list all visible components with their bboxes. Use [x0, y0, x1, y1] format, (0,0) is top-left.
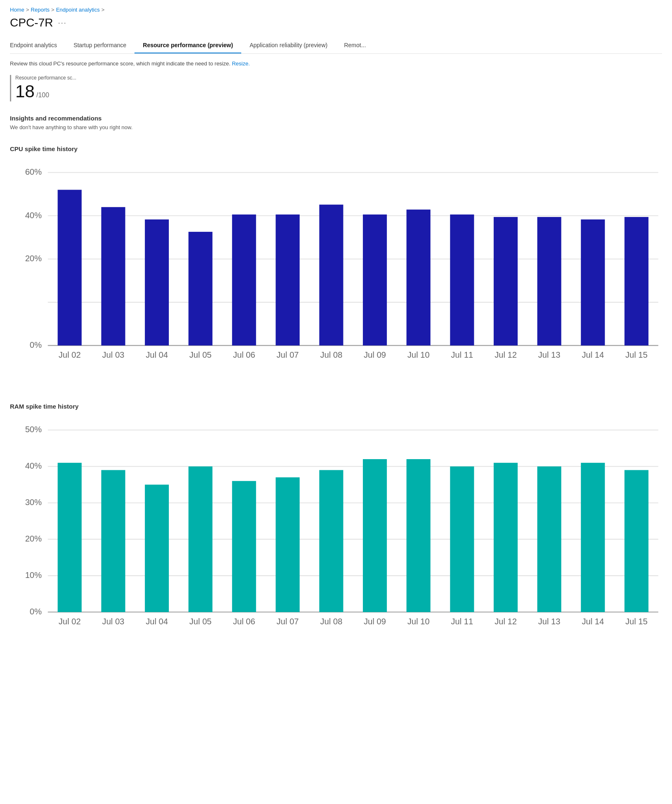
tabs-container: Endpoint analytics Startup performance R… [10, 38, 662, 54]
score-value-row: 18 /100 [15, 82, 662, 101]
svg-rect-26 [406, 209, 430, 345]
svg-rect-18 [232, 214, 256, 345]
page-title-row: CPC-7R ··· [10, 16, 662, 29]
svg-text:Jul 10: Jul 10 [407, 350, 430, 359]
ram-chart-container: 50% 40% 30% 20% 10% 0% Jul 02Jul 03Jul 0… [10, 415, 662, 659]
svg-text:20%: 20% [25, 534, 42, 543]
breadcrumb-sep-3: > [101, 7, 105, 13]
svg-text:Jul 10: Jul 10 [407, 617, 430, 626]
svg-text:Jul 06: Jul 06 [233, 350, 255, 359]
svg-text:50%: 50% [25, 425, 42, 434]
svg-text:Jul 09: Jul 09 [364, 617, 386, 626]
svg-text:Jul 04: Jul 04 [146, 350, 168, 359]
svg-text:60%: 60% [25, 167, 42, 176]
cpu-chart-title: CPU spike time history [10, 145, 662, 152]
page-description: Review this cloud PC's resource performa… [10, 60, 662, 67]
svg-text:Jul 11: Jul 11 [451, 350, 473, 359]
score-label: Resource performance sc... [15, 75, 662, 81]
svg-rect-30 [494, 217, 518, 345]
tab-remot[interactable]: Remot... [336, 38, 374, 53]
svg-text:Jul 02: Jul 02 [58, 350, 81, 359]
svg-rect-75 [581, 463, 605, 612]
svg-text:Jul 06: Jul 06 [233, 617, 255, 626]
svg-text:Jul 12: Jul 12 [494, 350, 517, 359]
score-section: Resource performance sc... 18 /100 [10, 75, 662, 101]
svg-rect-10 [58, 190, 82, 345]
svg-text:Jul 15: Jul 15 [625, 350, 648, 359]
svg-text:0%: 0% [30, 340, 42, 349]
svg-rect-53 [101, 470, 125, 612]
tab-application-reliability[interactable]: Application reliability (preview) [241, 38, 336, 53]
breadcrumb: Home > Reports > Endpoint analytics > [10, 7, 662, 13]
insights-section: Insights and recommendations We don't ha… [10, 115, 662, 130]
cpu-chart-svg: 60% 40% 20% 0% Jul 02Jul 03Jul 04Jul 05J… [10, 157, 662, 385]
svg-rect-34 [581, 219, 605, 345]
svg-rect-28 [450, 214, 474, 345]
svg-text:Jul 15: Jul 15 [625, 617, 648, 626]
insights-title: Insights and recommendations [10, 115, 662, 122]
page-menu-dots[interactable]: ··· [58, 19, 67, 27]
svg-rect-69 [450, 466, 474, 612]
svg-text:Jul 03: Jul 03 [102, 617, 125, 626]
svg-text:0%: 0% [30, 607, 42, 616]
svg-text:Jul 14: Jul 14 [582, 617, 604, 626]
cpu-chart-section: CPU spike time history 60% 40% 20% 0% Ju… [10, 145, 662, 386]
svg-text:30%: 30% [25, 498, 42, 507]
svg-text:Jul 07: Jul 07 [276, 617, 299, 626]
tab-resource-performance[interactable]: Resource performance (preview) [134, 38, 241, 53]
svg-text:10%: 10% [25, 571, 42, 580]
cpu-chart-container: 60% 40% 20% 0% Jul 02Jul 03Jul 04Jul 05J… [10, 157, 662, 386]
svg-text:Jul 11: Jul 11 [451, 617, 473, 626]
svg-text:Jul 05: Jul 05 [190, 617, 212, 626]
svg-rect-16 [188, 232, 212, 346]
svg-text:Jul 12: Jul 12 [494, 617, 517, 626]
ram-chart-title: RAM spike time history [10, 403, 662, 410]
svg-rect-57 [188, 466, 212, 612]
svg-text:Jul 13: Jul 13 [538, 617, 561, 626]
ram-chart-svg: 50% 40% 30% 20% 10% 0% Jul 02Jul 03Jul 0… [10, 415, 662, 657]
svg-text:Jul 13: Jul 13 [538, 350, 561, 359]
tab-endpoint-analytics[interactable]: Endpoint analytics [10, 38, 65, 53]
svg-text:20%: 20% [25, 254, 42, 263]
svg-text:Jul 08: Jul 08 [320, 350, 343, 359]
svg-text:40%: 40% [25, 211, 42, 220]
svg-rect-55 [145, 484, 169, 612]
svg-rect-22 [319, 205, 343, 345]
svg-text:Jul 02: Jul 02 [58, 617, 81, 626]
svg-text:Jul 14: Jul 14 [582, 350, 604, 359]
breadcrumb-sep-1: > [26, 7, 29, 13]
svg-rect-67 [406, 459, 430, 612]
insights-text: We don't have anything to share with you… [10, 124, 662, 130]
breadcrumb-home[interactable]: Home [10, 7, 24, 13]
svg-rect-20 [276, 214, 300, 345]
svg-rect-36 [624, 217, 648, 345]
breadcrumb-sep-2: > [51, 7, 55, 13]
svg-rect-65 [363, 459, 387, 612]
svg-rect-71 [494, 463, 518, 612]
tab-startup-performance[interactable]: Startup performance [65, 38, 135, 53]
svg-text:Jul 07: Jul 07 [276, 350, 299, 359]
page-title: CPC-7R [10, 16, 53, 29]
svg-rect-14 [145, 219, 169, 345]
svg-rect-12 [101, 207, 125, 345]
score-denominator: /100 [36, 91, 49, 99]
resize-link[interactable]: Resize. [232, 60, 250, 67]
svg-text:Jul 08: Jul 08 [320, 617, 343, 626]
svg-text:Jul 03: Jul 03 [102, 350, 125, 359]
description-text: Review this cloud PC's resource performa… [10, 60, 230, 67]
svg-rect-77 [624, 470, 648, 612]
svg-text:Jul 05: Jul 05 [190, 350, 212, 359]
svg-text:Jul 04: Jul 04 [146, 617, 168, 626]
svg-rect-73 [537, 466, 561, 612]
svg-rect-63 [319, 470, 343, 612]
svg-text:Jul 09: Jul 09 [364, 350, 386, 359]
svg-rect-32 [537, 217, 561, 345]
score-value: 18 [15, 82, 35, 101]
breadcrumb-endpoint-analytics[interactable]: Endpoint analytics [56, 7, 100, 13]
svg-rect-59 [232, 481, 256, 612]
svg-rect-61 [276, 477, 300, 612]
ram-chart-section: RAM spike time history 50% 40% 30% 20% 1… [10, 403, 662, 659]
svg-rect-51 [58, 463, 82, 612]
breadcrumb-reports[interactable]: Reports [31, 7, 50, 13]
svg-text:40%: 40% [25, 461, 42, 470]
